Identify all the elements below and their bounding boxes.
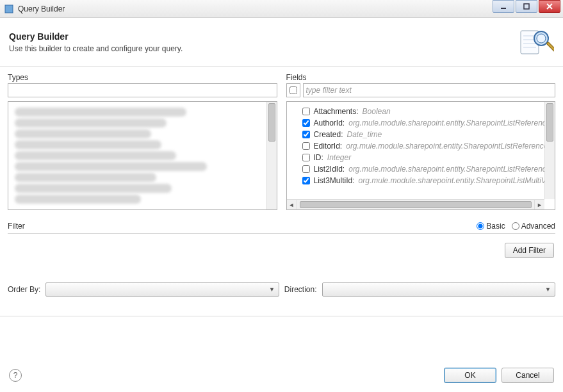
field-type: Date_time: [347, 130, 382, 139]
field-name: List3MultiId:: [314, 176, 355, 185]
field-name: Created:: [314, 130, 343, 139]
direction-combobox[interactable]: ▼: [322, 282, 555, 297]
field-row[interactable]: List2IdId:org.mule.module.sharepoint.ent…: [290, 163, 543, 175]
field-type: org.mule.module.sharepoint.entity.Sharep…: [346, 142, 544, 151]
types-input[interactable]: [8, 83, 277, 97]
scroll-right-icon[interactable]: ►: [534, 200, 544, 209]
field-checkbox[interactable]: [302, 131, 310, 138]
horizontal-scrollbar[interactable]: ◄ ►: [287, 199, 545, 209]
dialog-header: Query Builder Use this builder to create…: [0, 18, 563, 67]
window-minimize-button[interactable]: [493, 0, 514, 13]
filter-mode-advanced-label: Advanced: [521, 222, 555, 231]
field-row[interactable]: ID:Integer: [290, 152, 543, 163]
field-type: org.mule.module.sharepoint.entity.Sharep…: [348, 165, 544, 174]
window-titlebar: Query Builder: [0, 0, 563, 18]
add-filter-button[interactable]: Add Filter: [505, 243, 554, 258]
field-name: AuthorId:: [314, 118, 345, 127]
field-name: ID:: [314, 153, 323, 162]
scroll-left-icon[interactable]: ◄: [287, 200, 297, 209]
vertical-scrollbar[interactable]: [266, 102, 277, 209]
chevron-down-icon: ▼: [269, 286, 275, 293]
field-row[interactable]: EditorId:org.mule.module.sharepoint.enti…: [290, 140, 543, 152]
footer-divider: [0, 316, 563, 316]
ok-button[interactable]: OK: [444, 368, 496, 383]
magnifier-document-icon: [518, 24, 554, 60]
field-row[interactable]: Created:Date_time: [290, 129, 543, 140]
list-item[interactable]: [15, 118, 167, 127]
list-item[interactable]: [15, 129, 151, 138]
field-name: EditorId:: [314, 142, 343, 151]
field-type: Integer: [327, 153, 351, 162]
direction-label: Direction:: [284, 285, 317, 294]
svg-point-9: [537, 34, 546, 43]
field-name: List2IdId:: [314, 165, 345, 174]
list-item[interactable]: [15, 140, 161, 149]
svg-rect-1: [501, 8, 506, 9]
svg-rect-2: [524, 4, 529, 9]
list-item[interactable]: [15, 162, 207, 171]
field-checkbox[interactable]: [302, 108, 310, 115]
page-subtitle: Use this builder to create and configure…: [9, 44, 518, 53]
vertical-scrollbar[interactable]: [544, 102, 555, 199]
fields-listbox[interactable]: Attachments:BooleanAuthorId:org.mule.mod…: [286, 101, 556, 210]
svg-rect-0: [5, 5, 13, 13]
field-checkbox[interactable]: [302, 154, 310, 161]
list-item[interactable]: [15, 195, 141, 204]
field-checkbox[interactable]: [302, 177, 310, 184]
field-row[interactable]: Attachments:Boolean: [290, 106, 543, 117]
svg-rect-10: [546, 42, 554, 52]
filter-mode-advanced-radio[interactable]: Advanced: [512, 222, 555, 231]
list-item[interactable]: [15, 184, 172, 193]
types-listbox[interactable]: [8, 101, 277, 210]
field-name: Attachments:: [314, 107, 359, 116]
page-title: Query Builder: [9, 31, 518, 42]
orderby-label: Order By:: [8, 285, 40, 294]
fields-filter-input[interactable]: [303, 83, 556, 97]
field-type: Boolean: [363, 107, 391, 116]
cancel-button[interactable]: Cancel: [502, 368, 554, 383]
field-type: org.mule.module.sharepoint.entity.Sharep…: [359, 176, 544, 185]
filter-mode-basic-radio[interactable]: Basic: [477, 222, 505, 231]
types-label: Types: [8, 73, 277, 82]
field-checkbox[interactable]: [302, 165, 310, 173]
fields-select-all-checkbox[interactable]: [286, 83, 300, 97]
fields-label: Fields: [286, 73, 556, 82]
chevron-down-icon: ▼: [545, 286, 551, 293]
window-maximize-button[interactable]: [516, 0, 537, 13]
filter-mode-basic-label: Basic: [486, 222, 505, 231]
field-row[interactable]: AuthorId:org.mule.module.sharepoint.enti…: [290, 117, 543, 129]
field-checkbox[interactable]: [302, 142, 310, 150]
window-close-button[interactable]: [539, 0, 560, 13]
field-type: org.mule.module.sharepoint.entity.Sharep…: [348, 118, 544, 127]
help-icon[interactable]: ?: [9, 369, 22, 382]
app-icon: [4, 4, 14, 14]
list-item[interactable]: [15, 151, 176, 160]
filter-label: Filter: [8, 222, 477, 231]
window-title: Query Builder: [18, 4, 493, 13]
field-checkbox[interactable]: [302, 119, 310, 127]
list-item[interactable]: [15, 173, 156, 182]
orderby-combobox[interactable]: ▼: [45, 282, 279, 297]
field-row[interactable]: List3MultiId:org.mule.module.sharepoint.…: [290, 175, 543, 186]
list-item[interactable]: [15, 108, 186, 117]
